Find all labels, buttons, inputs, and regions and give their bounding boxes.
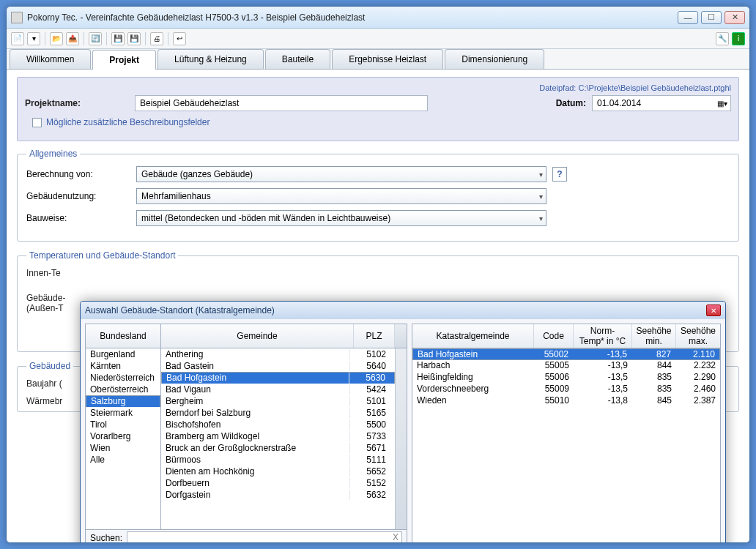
katastral-item[interactable]: Bad Hofgastein55002-13,58272.110: [412, 348, 720, 360]
clear-search-icon[interactable]: X: [393, 532, 399, 542]
dialog-titlebar[interactable]: Auswahl Gebäude-Standort (Katastralgemei…: [81, 302, 725, 319]
berechnung-select[interactable]: Gebäude (ganzes Gebäude)▾: [136, 166, 546, 182]
gemeinde-item[interactable]: Dienten am Hochkönig5652: [161, 466, 395, 477]
allgemeines-legend: Allgemeines: [26, 149, 80, 159]
bundesland-list[interactable]: BurgenlandKärntenNiederösterreichOberöst…: [86, 348, 160, 529]
maximize-button[interactable]: ☐: [701, 11, 722, 24]
calendar-icon[interactable]: ▦▾: [717, 100, 727, 108]
gebaeudedaten-legend: Gebäuded: [26, 361, 73, 371]
exit-icon[interactable]: ↩: [173, 32, 186, 45]
help-button[interactable]: ?: [552, 167, 567, 182]
search-label: Suchen:: [90, 533, 122, 542]
katastral-item[interactable]: Wieden55010-13,88452.387: [412, 395, 720, 407]
close-button[interactable]: ✕: [724, 11, 745, 24]
dialog-title: Auswahl Gebäude-Standort (Katastralgemei…: [85, 305, 706, 315]
main-window: Pokorny Tec. - Vereinfachte Gebäudeheizl…: [6, 6, 750, 543]
wrench-icon[interactable]: 🔧: [716, 32, 729, 45]
chevron-down-icon: ▾: [539, 193, 543, 201]
plz-header[interactable]: PLZ: [354, 324, 395, 348]
toolbar: 📄 ▾ 📂 📤 🔄 💾 💾 🖨 ↩ 🔧 i: [7, 29, 749, 49]
bundesland-item[interactable]: Vorarlberg: [86, 430, 160, 442]
filepath-label: Dateipfad: C:\Projekte\Beispiel Gebäudeh…: [25, 83, 731, 92]
bauweise-select[interactable]: mittel (Betondecken und -böden mit Wände…: [136, 210, 546, 226]
gemeinde-list[interactable]: Anthering5102Bad Gastein5640Bad Hofgaste…: [161, 348, 395, 529]
search-input[interactable]: X: [127, 531, 402, 542]
tab-projekt[interactable]: Projekt: [92, 50, 156, 70]
kat-header[interactable]: Katastralgemeinde: [412, 324, 534, 348]
datum-label: Datum:: [556, 98, 586, 108]
bundesland-item[interactable]: Alle: [86, 454, 160, 466]
save-up-icon[interactable]: 📤: [66, 32, 79, 45]
extra-fields-checkbox[interactable]: [32, 118, 42, 127]
gemeinde-scrollbar[interactable]: [395, 348, 407, 529]
window-title: Pokorny Tec. - Vereinfachte Gebäudeheizl…: [27, 12, 678, 23]
save-icon[interactable]: 💾: [111, 32, 125, 45]
content-area: Dateipfad: C:\Projekte\Beispiel Gebäudeh…: [7, 70, 749, 542]
temperaturen-legend: Temperaturen und Gebäude-Standort: [26, 250, 178, 261]
gemeinde-item[interactable]: Berndorf bei Salzburg5165: [161, 407, 395, 419]
titlebar[interactable]: Pokorny Tec. - Vereinfachte Gebäudeheizl…: [7, 7, 749, 29]
katastral-list[interactable]: Bad Hofgastein55002-13,58272.110Harbach5…: [412, 348, 720, 542]
bundesland-item[interactable]: Burgenland: [86, 348, 160, 360]
bundesland-column: Bundesland BurgenlandKärntenNiederösterr…: [85, 324, 161, 530]
bundesland-item[interactable]: Niederösterreich: [86, 372, 160, 384]
new-drop-icon[interactable]: ▾: [27, 32, 40, 45]
bundesland-item[interactable]: Steiermark: [86, 407, 160, 419]
gemeinde-item[interactable]: Dorfbeuern5152: [161, 477, 395, 489]
gemeinde-item[interactable]: Anthering5102: [161, 348, 395, 360]
project-header-panel: Dateipfad: C:\Projekte\Beispiel Gebäudeh…: [17, 77, 739, 141]
main-tabs: WillkommenProjektLüftung & HeizungBautei…: [7, 49, 749, 70]
open-folder-icon[interactable]: 📂: [50, 32, 63, 45]
app-icon: [11, 12, 23, 23]
datum-input[interactable]: 01.04.2014 ▦▾: [592, 95, 731, 111]
gemeinde-header[interactable]: Gemeinde: [161, 324, 354, 348]
chevron-down-icon: ▾: [539, 214, 543, 223]
katastral-item[interactable]: Harbach55005-13,98442.232: [412, 360, 720, 372]
gemeinde-item[interactable]: Bad Gastein5640: [161, 360, 395, 372]
bundesland-item[interactable]: Kärnten: [86, 360, 160, 372]
code-header[interactable]: Code: [534, 324, 574, 348]
tab-l-ftung-heizung[interactable]: Lüftung & Heizung: [158, 49, 264, 69]
save-as-icon[interactable]: 💾: [127, 32, 141, 45]
tab-dimensionierung[interactable]: Dimensionierung: [445, 49, 544, 69]
tab-willkommen[interactable]: Willkommen: [10, 49, 91, 69]
chevron-down-icon: ▾: [539, 171, 543, 179]
info-icon[interactable]: i: [732, 32, 745, 45]
nutzung-label: Gebäudenutzung:: [26, 191, 136, 201]
innen-temp-label: Innen-Te: [26, 268, 730, 278]
bundesland-header[interactable]: Bundesland: [86, 324, 160, 348]
smin-header[interactable]: Seehöhe min.: [632, 324, 676, 348]
bundesland-item[interactable]: Oberösterreich: [86, 384, 160, 395]
gemeinde-item[interactable]: Bergheim5101: [161, 395, 395, 407]
allgemeines-fieldset: Allgemeines Berechnung von: Gebäude (gan…: [17, 149, 739, 242]
projektname-label: Projektname:: [25, 98, 135, 108]
gemeinde-item[interactable]: Bruck an der Großglocknerstraße5671: [161, 442, 395, 454]
katastral-item[interactable]: Vorderschneeberg55009-13,58352.460: [412, 384, 720, 395]
bundesland-item[interactable]: Wien: [86, 442, 160, 454]
bundesland-item[interactable]: Tirol: [86, 419, 160, 430]
print-icon[interactable]: 🖨: [150, 32, 163, 45]
temp-header[interactable]: Norm-Temp* in °C: [574, 324, 632, 348]
bauweise-label: Bauweise:: [26, 213, 136, 223]
bundesland-item[interactable]: Salzburg: [86, 395, 160, 407]
gemeinde-item[interactable]: Bad Hofgastein5630: [161, 372, 395, 384]
tab-bauteile[interactable]: Bauteile: [265, 49, 330, 69]
gemeinde-item[interactable]: Dorfgastein5632: [161, 489, 395, 501]
nutzung-select[interactable]: Mehrfamilienhaus▾: [136, 188, 546, 204]
gemeinde-column: Gemeinde PLZ Anthering5102Bad Gastein564…: [161, 324, 407, 530]
tab-ergebnisse-heizlast[interactable]: Ergebnisse Heizlast: [332, 49, 443, 69]
projektname-input[interactable]: Beispiel Gebäudeheizlast: [135, 95, 428, 111]
katastral-column: Katastralgemeinde Code Norm-Temp* in °C …: [412, 324, 721, 542]
gemeinde-item[interactable]: Bischofshofen5500: [161, 419, 395, 430]
berechnung-label: Berechnung von:: [26, 169, 136, 179]
gemeinde-item[interactable]: Bramberg am Wildkogel5733: [161, 430, 395, 442]
gemeinde-item[interactable]: Bürmoos5111: [161, 454, 395, 466]
gemeinde-item[interactable]: Bad Vigaun5424: [161, 384, 395, 395]
extra-fields-label: Mögliche zusätzliche Beschreibungsfelder: [46, 117, 210, 127]
smax-header[interactable]: Seehöhe max.: [676, 324, 720, 348]
dialog-close-button[interactable]: ✕: [706, 305, 721, 316]
katastral-item[interactable]: Heißingfelding55006-13,58352.290: [412, 372, 720, 384]
refresh-icon[interactable]: 🔄: [89, 32, 102, 45]
minimize-button[interactable]: —: [678, 11, 698, 24]
new-file-icon[interactable]: 📄: [11, 32, 24, 45]
